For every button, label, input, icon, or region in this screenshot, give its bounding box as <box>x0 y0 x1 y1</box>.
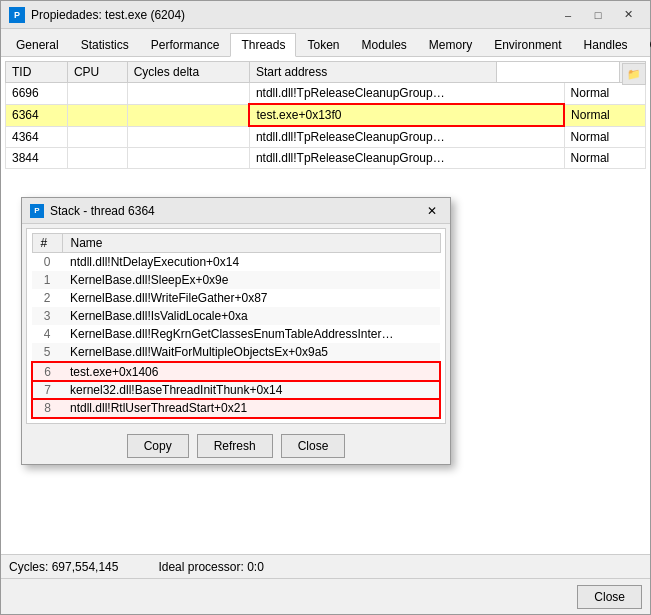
app-icon: P <box>9 7 25 23</box>
window-close-button[interactable]: ✕ <box>614 5 642 25</box>
cell-cycles <box>127 104 249 126</box>
stack-row[interactable]: 8ntdll.dll!RtlUserThreadStart+0x21 <box>32 399 440 418</box>
cell-address: ntdll.dll!TpReleaseCleanupGroup… <box>249 148 564 169</box>
cell-address: ntdll.dll!TpReleaseCleanupGroup… <box>249 126 564 148</box>
col-cpu[interactable]: CPU <box>67 62 127 83</box>
cell-tid: 3844 <box>6 148 68 169</box>
refresh-button[interactable]: Refresh <box>197 434 273 458</box>
ideal-label: Ideal processor: 0:0 <box>158 560 263 574</box>
cell-cycles <box>127 126 249 148</box>
dialog-icon: P <box>30 204 44 218</box>
cell-cpu <box>67 104 127 126</box>
window-title: Propiedades: test.exe (6204) <box>31 8 554 22</box>
dialog-content: # Name 0ntdll.dll!NtDelayExecution+0x141… <box>26 228 446 424</box>
stack-row[interactable]: 2KernelBase.dll!WriteFileGather+0x87 <box>32 289 440 307</box>
stack-name: ntdll.dll!NtDelayExecution+0x14 <box>62 253 440 272</box>
tab-modules[interactable]: Modules <box>350 33 417 56</box>
main-content: TID CPU Cycles delta Start address Prior… <box>1 57 650 554</box>
col-tid[interactable]: TID <box>6 62 68 83</box>
cell-cpu <box>67 148 127 169</box>
ideal-value: 0:0 <box>247 560 264 574</box>
status-bar: Cycles: 697,554,145 Ideal processor: 0:0 <box>1 554 650 578</box>
cell-tid: 4364 <box>6 126 68 148</box>
stack-table: # Name 0ntdll.dll!NtDelayExecution+0x141… <box>31 233 441 419</box>
minimize-button[interactable]: – <box>554 5 582 25</box>
stack-name: kernel32.dll!BaseThreadInitThunk+0x14 <box>62 381 440 399</box>
stack-index: 6 <box>32 362 62 381</box>
stack-row[interactable]: 0ntdll.dll!NtDelayExecution+0x14 <box>32 253 440 272</box>
stack-name: KernelBase.dll!SleepEx+0x9e <box>62 271 440 289</box>
stack-row[interactable]: 4KernelBase.dll!RegKrnGetClassesEnumTabl… <box>32 325 440 343</box>
copy-button[interactable]: Copy <box>127 434 189 458</box>
stack-index: 7 <box>32 381 62 399</box>
table-row[interactable]: 4364 ntdll.dll!TpReleaseCleanupGroup… No… <box>6 126 646 148</box>
stack-name: ntdll.dll!RtlUserThreadStart+0x21 <box>62 399 440 418</box>
tab-memory[interactable]: Memory <box>418 33 483 56</box>
main-close-button[interactable]: Close <box>577 585 642 609</box>
tab-general[interactable]: General <box>5 33 70 56</box>
stack-row[interactable]: 6test.exe+0x1406 <box>32 362 440 381</box>
col-index: # <box>32 234 62 253</box>
tabs-bar: General Statistics Performance Threads T… <box>1 29 650 57</box>
dialog-close-button[interactable]: ✕ <box>422 202 442 220</box>
dialog-title-bar: P Stack - thread 6364 ✕ <box>22 198 450 224</box>
cell-cycles <box>127 83 249 105</box>
browse-button[interactable]: 📁 <box>622 63 646 85</box>
stack-index: 5 <box>32 343 62 362</box>
tab-threads[interactable]: Threads <box>230 33 296 57</box>
stack-index: 0 <box>32 253 62 272</box>
table-row[interactable]: 3844 ntdll.dll!TpReleaseCleanupGroup… No… <box>6 148 646 169</box>
col-cycles[interactable]: Cycles delta <box>127 62 249 83</box>
stack-name: KernelBase.dll!IsValidLocale+0xa <box>62 307 440 325</box>
search-input[interactable] <box>496 61 620 83</box>
stack-name: test.exe+0x1406 <box>62 362 440 381</box>
stack-index: 4 <box>32 325 62 343</box>
maximize-button[interactable]: □ <box>584 5 612 25</box>
tab-gpu[interactable]: GPU <box>639 33 651 56</box>
cell-priority: Normal <box>564 104 645 126</box>
tab-performance[interactable]: Performance <box>140 33 231 56</box>
stack-row[interactable]: 5KernelBase.dll!WaitForMultipleObjectsEx… <box>32 343 440 362</box>
stack-row[interactable]: 7kernel32.dll!BaseThreadInitThunk+0x14 <box>32 381 440 399</box>
cell-priority: Normal <box>564 148 645 169</box>
stack-dialog: P Stack - thread 6364 ✕ # Name 0ntdll.dl… <box>21 197 451 465</box>
stack-index: 2 <box>32 289 62 307</box>
cell-cycles <box>127 148 249 169</box>
stack-index: 3 <box>32 307 62 325</box>
tab-token[interactable]: Token <box>296 33 350 56</box>
table-row[interactable]: 6364 test.exe+0x13f0 Normal <box>6 104 646 126</box>
cycles-value: 697,554,145 <box>52 560 119 574</box>
tab-handles[interactable]: Handles <box>573 33 639 56</box>
cycles-label: Cycles: 697,554,145 <box>9 560 118 574</box>
stack-name: KernelBase.dll!WaitForMultipleObjectsEx+… <box>62 343 440 362</box>
title-bar: P Propiedades: test.exe (6204) – □ ✕ <box>1 1 650 29</box>
bottom-bar: Close <box>1 578 650 614</box>
cell-tid: 6696 <box>6 83 68 105</box>
cell-cpu <box>67 126 127 148</box>
stack-name: KernelBase.dll!RegKrnGetClassesEnumTable… <box>62 325 440 343</box>
cell-address-outlined: test.exe+0x13f0 <box>249 104 564 126</box>
stack-index: 1 <box>32 271 62 289</box>
dialog-title-text: Stack - thread 6364 <box>50 204 422 218</box>
dialog-close-btn[interactable]: Close <box>281 434 346 458</box>
cell-priority: Normal <box>564 126 645 148</box>
col-name: Name <box>62 234 440 253</box>
cell-tid: 6364 <box>6 104 68 126</box>
dialog-buttons: Copy Refresh Close <box>22 428 450 464</box>
stack-row[interactable]: 3KernelBase.dll!IsValidLocale+0xa <box>32 307 440 325</box>
stack-name: KernelBase.dll!WriteFileGather+0x87 <box>62 289 440 307</box>
tab-environment[interactable]: Environment <box>483 33 572 56</box>
stack-row[interactable]: 1KernelBase.dll!SleepEx+0x9e <box>32 271 440 289</box>
main-window: P Propiedades: test.exe (6204) – □ ✕ Gen… <box>0 0 651 615</box>
stack-index: 8 <box>32 399 62 418</box>
window-controls: – □ ✕ <box>554 5 642 25</box>
tab-statistics[interactable]: Statistics <box>70 33 140 56</box>
cell-cpu <box>67 83 127 105</box>
